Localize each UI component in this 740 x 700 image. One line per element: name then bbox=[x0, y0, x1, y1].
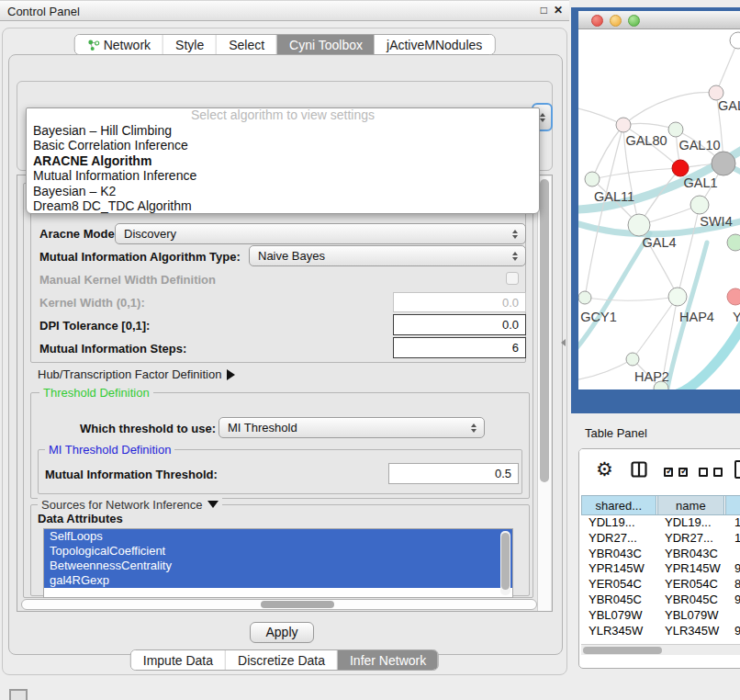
table-cell: 9. bbox=[727, 624, 740, 638]
table-row[interactable]: YPR145WYPR145W9. bbox=[581, 561, 740, 577]
network-node-gcy1[interactable] bbox=[578, 291, 591, 304]
control-panel-frame: NetworkStyleSelectCyni ToolboxjActiveMNo… bbox=[2, 28, 567, 675]
attribute-item-selfloops[interactable]: SelfLoops bbox=[44, 529, 512, 544]
network-node-gal4[interactable] bbox=[628, 214, 650, 236]
stepper-arrows-icon bbox=[471, 423, 477, 433]
attributes-scrollbar[interactable] bbox=[500, 531, 510, 595]
table-hscrollbar[interactable] bbox=[581, 644, 740, 655]
table-row[interactable]: YDR27...YDR27...12 bbox=[581, 531, 740, 547]
tab-infer-network[interactable]: Infer Network bbox=[338, 650, 438, 670]
top-tabs: NetworkStyleSelectCyni ToolboxjActiveMNo… bbox=[74, 34, 496, 55]
network-edge bbox=[592, 125, 623, 179]
network-node[interactable] bbox=[727, 234, 740, 251]
table-row[interactable]: YBR043CYBR043C bbox=[581, 547, 740, 562]
table-cell: YBL079W bbox=[657, 608, 727, 624]
column-layout-icon[interactable] bbox=[631, 461, 647, 478]
tab-select[interactable]: Select bbox=[217, 35, 277, 54]
network-edge bbox=[592, 168, 680, 179]
tab-cyni-toolbox[interactable]: Cyni Toolbox bbox=[277, 35, 375, 54]
attribute-item-gal4rgexp[interactable]: gal4RGexp bbox=[44, 573, 512, 588]
table-cell: 13 bbox=[727, 515, 740, 531]
dropdown-item-dream8-dc-tdc-algorithm[interactable]: Dream8 DC_TDC Algorithm bbox=[27, 198, 539, 213]
aracne-mode-label: Aracne Mode: bbox=[39, 227, 118, 241]
table-row[interactable]: YER054CYER054C8. bbox=[581, 577, 740, 593]
network-node-gal80[interactable] bbox=[616, 118, 631, 132]
tab-style[interactable]: Style bbox=[163, 35, 217, 54]
gear-icon[interactable]: ⚙ bbox=[596, 458, 613, 480]
sources-toggle[interactable]: Sources for Network Inference bbox=[38, 498, 222, 512]
tab-jactivemnodules[interactable]: jActiveMNodules bbox=[375, 35, 494, 54]
network-canvas[interactable]: GALGAL80GAL10GAL1GAL11SWI4GAL4GCY1HAP4YH… bbox=[578, 29, 740, 390]
minimized-panel-icon[interactable] bbox=[9, 689, 28, 700]
dropdown-item-aracne-algorithm[interactable]: ARACNE Algorithm bbox=[27, 153, 539, 168]
network-edge bbox=[623, 123, 676, 130]
hub-definition-toggle[interactable]: Hub/Transcription Factor Definition bbox=[38, 367, 235, 381]
collapse-down-icon bbox=[207, 501, 219, 508]
float-window-icon[interactable]: □ bbox=[541, 4, 547, 17]
network-node-hap4[interactable] bbox=[668, 288, 687, 306]
network-node-gal1[interactable] bbox=[672, 160, 689, 176]
table-row[interactable]: YBL079WYBL079W bbox=[581, 608, 740, 624]
settings-hscrollbar[interactable] bbox=[21, 599, 537, 610]
attribute-item-topologicalcoefficient[interactable]: TopologicalCoefficient bbox=[44, 544, 512, 559]
node-label-gal1: GAL1 bbox=[683, 175, 717, 190]
tab-discretize-data[interactable]: Discretize Data bbox=[226, 650, 338, 670]
network-node[interactable] bbox=[730, 32, 740, 49]
minimize-window-icon[interactable] bbox=[610, 15, 622, 27]
table-cell bbox=[727, 547, 740, 562]
table-row[interactable]: YLR345WYLR345W9. bbox=[581, 624, 740, 638]
tab-impute-data[interactable]: Impute Data bbox=[131, 650, 226, 670]
table-toolbar: ⚙ bbox=[579, 449, 740, 493]
apply-button[interactable]: Apply bbox=[250, 622, 314, 643]
node-label-gal80: GAL80 bbox=[625, 133, 667, 148]
dpi-tolerance-field[interactable]: 0.0 bbox=[393, 314, 526, 335]
dropdown-placeholder[interactable]: Select algorithm to view settings bbox=[27, 108, 539, 123]
stepper-arrows-icon bbox=[512, 252, 518, 261]
settings-scrollpane: Cyni Algorithm Settings Algorithm Defini… bbox=[17, 175, 553, 612]
which-threshold-combo[interactable]: MI Threshold bbox=[219, 417, 485, 438]
aracne-mode-combo[interactable]: Discovery bbox=[115, 223, 526, 244]
dropdown-item-mutual-information-inference[interactable]: Mutual Information Inference bbox=[27, 168, 539, 183]
algorithm-dropdown-list: Select algorithm to view settings Bayesi… bbox=[26, 107, 540, 214]
split-pane-handle-icon[interactable] bbox=[561, 339, 566, 346]
close-panel-icon[interactable]: ✕ bbox=[554, 4, 563, 17]
zoom-window-icon[interactable] bbox=[628, 15, 640, 27]
mi-algorithm-type-combo[interactable]: Naive Bayes bbox=[249, 245, 526, 266]
table-row[interactable]: YBR045CYBR045C9. bbox=[581, 593, 740, 608]
dpi-tolerance-label: DPI Tolerance [0,1]: bbox=[39, 319, 150, 333]
kernel-width-field[interactable]: 0.0 bbox=[393, 292, 526, 312]
network-icon bbox=[87, 39, 100, 51]
hide-columns-icon[interactable] bbox=[699, 468, 723, 477]
network-node-hap2[interactable] bbox=[626, 353, 639, 366]
attribute-item-betweennesscentrality[interactable]: BetweennessCentrality bbox=[44, 559, 512, 573]
network-node-y[interactable] bbox=[727, 288, 740, 305]
column-header-cut[interactable] bbox=[725, 496, 740, 514]
network-node-gal10[interactable] bbox=[668, 122, 683, 137]
network-node-gal11[interactable] bbox=[585, 172, 600, 186]
node-label-gal10: GAL10 bbox=[678, 138, 720, 152]
table-cell bbox=[727, 608, 740, 624]
control-panel-titlebar: Control Panel □ ✕ bbox=[0, 0, 569, 21]
manual-kernel-width-checkbox[interactable] bbox=[506, 272, 519, 285]
tab-network[interactable]: Network bbox=[75, 35, 163, 54]
settings-vscrollbar[interactable] bbox=[537, 176, 551, 612]
column-header-shared[interactable]: shared... bbox=[581, 496, 656, 514]
table-cell: YDL19... bbox=[581, 515, 657, 531]
dropdown-item-bayesian-hill-climbing[interactable]: Bayesian – Hill Climbing bbox=[27, 123, 539, 138]
mi-threshold-field[interactable]: 0.5 bbox=[388, 463, 519, 484]
show-columns-icon[interactable] bbox=[664, 468, 688, 477]
table-row[interactable]: YDL19...YDL19...13 bbox=[581, 515, 740, 531]
dropdown-item-bayesian-k2[interactable]: Bayesian – K2 bbox=[27, 184, 539, 198]
export-table-icon[interactable] bbox=[734, 460, 740, 479]
close-window-icon[interactable] bbox=[591, 15, 603, 27]
column-header-name[interactable]: name bbox=[657, 496, 725, 514]
mi-algorithm-type-label: Mutual Information Algorithm Type: bbox=[39, 250, 241, 264]
dropdown-item-basic-correlation-inference[interactable]: Basic Correlation Inference bbox=[27, 138, 539, 152]
stepper-arrows-icon bbox=[512, 230, 518, 239]
threshold-definition-title: Threshold Definition bbox=[39, 386, 153, 400]
network-node[interactable] bbox=[712, 152, 735, 175]
table-cell: YDR27... bbox=[581, 531, 657, 547]
node-table: shared...name YDL19...YDL19...13YDR27...… bbox=[581, 495, 740, 638]
mi-steps-field[interactable]: 6 bbox=[393, 337, 526, 358]
network-node-swi4[interactable] bbox=[690, 196, 709, 214]
